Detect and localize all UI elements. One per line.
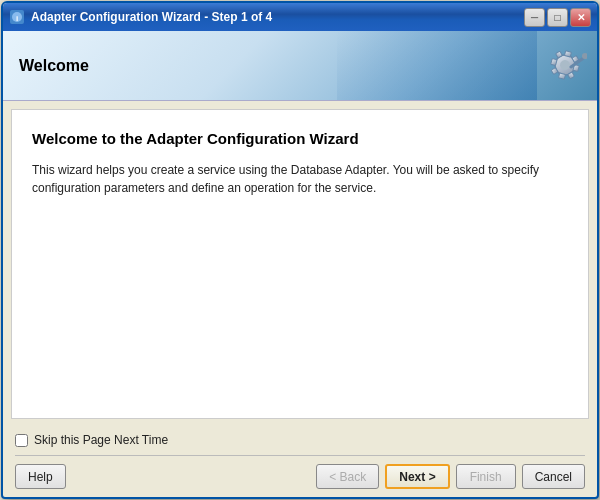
minimize-button[interactable]: ─: [524, 8, 545, 27]
svg-rect-5: [564, 51, 571, 57]
back-button[interactable]: < Back: [316, 464, 379, 489]
next-button[interactable]: Next >: [385, 464, 449, 489]
title-bar: i Adapter Configuration Wizard - Step 1 …: [3, 3, 597, 31]
title-bar-text: Adapter Configuration Wizard - Step 1 of…: [31, 10, 524, 24]
help-button[interactable]: Help: [15, 464, 66, 489]
svg-text:i: i: [16, 14, 18, 23]
wizard-window: i Adapter Configuration Wizard - Step 1 …: [1, 1, 599, 499]
header-title: Welcome: [19, 57, 89, 75]
maximize-button[interactable]: □: [547, 8, 568, 27]
main-content: Welcome to the Adapter Configuration Wiz…: [11, 109, 589, 419]
title-bar-icon: i: [9, 9, 25, 25]
finish-button[interactable]: Finish: [456, 464, 516, 489]
cancel-button[interactable]: Cancel: [522, 464, 585, 489]
title-bar-buttons: ─ □ ✕: [524, 8, 591, 27]
content-area: Welcome: [3, 31, 597, 497]
button-row: Help < Back Next > Finish Cancel: [15, 455, 585, 489]
welcome-description: This wizard helps you create a service u…: [32, 161, 568, 197]
header-panel: Welcome: [3, 31, 597, 101]
window-close-button[interactable]: ✕: [570, 8, 591, 27]
skip-checkbox-row: Skip this Page Next Time: [15, 433, 585, 447]
welcome-heading: Welcome to the Adapter Configuration Wiz…: [32, 130, 568, 147]
gear-icon: [535, 39, 587, 91]
footer-area: Skip this Page Next Time Help < Back Nex…: [3, 427, 597, 497]
svg-rect-6: [558, 73, 565, 79]
skip-checkbox[interactable]: [15, 434, 28, 447]
skip-checkbox-label: Skip this Page Next Time: [34, 433, 168, 447]
svg-rect-7: [551, 58, 557, 65]
